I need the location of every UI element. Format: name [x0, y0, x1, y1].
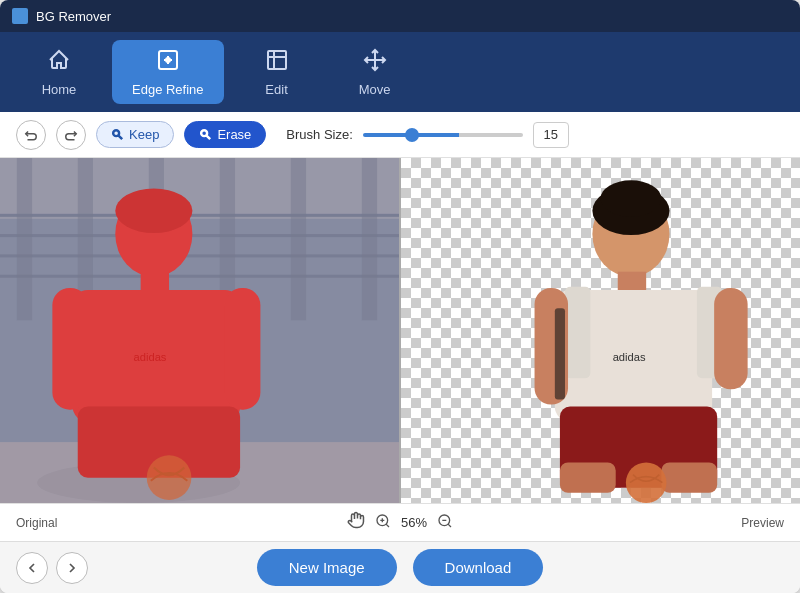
erase-label: Erase [217, 127, 251, 142]
svg-rect-26 [0, 158, 399, 503]
new-image-label: New Image [289, 559, 365, 576]
next-arrow-button[interactable] [56, 552, 88, 584]
svg-point-1 [166, 58, 170, 62]
undo-button[interactable] [16, 120, 46, 150]
svg-rect-2 [268, 51, 286, 69]
app-title: BG Remover [36, 9, 111, 24]
svg-rect-32 [565, 287, 590, 378]
app-window: BG Remover Home Edge Refine [0, 0, 800, 593]
original-panel[interactable]: adidas [0, 158, 399, 503]
nav-edit-label: Edit [265, 82, 287, 97]
brush-size-label: Brush Size: [286, 127, 352, 142]
svg-rect-41 [555, 308, 565, 399]
nav-home[interactable]: Home [14, 40, 104, 104]
nav-edge-refine[interactable]: Edge Refine [112, 40, 224, 104]
download-button[interactable]: Download [413, 549, 544, 586]
nav-edit[interactable]: Edit [232, 40, 322, 104]
svg-rect-38 [560, 462, 616, 492]
brush-value-input[interactable]: 15 [533, 122, 569, 148]
canvas-area: adidas [0, 158, 800, 503]
nav-bar: Home Edge Refine Edit [0, 32, 800, 112]
toolbar: Keep Erase Brush Size: 15 [0, 112, 800, 158]
move-icon [363, 48, 387, 76]
svg-rect-39 [661, 462, 717, 492]
keep-label: Keep [129, 127, 159, 142]
nav-edge-refine-label: Edge Refine [132, 82, 204, 97]
svg-point-40 [626, 462, 667, 503]
brush-size-slider[interactable] [363, 133, 523, 137]
zoom-out-icon[interactable] [437, 513, 453, 532]
zoom-in-icon[interactable] [375, 513, 391, 532]
zoom-controls: 56% [347, 511, 453, 534]
prev-arrow-button[interactable] [16, 552, 48, 584]
bottom-bar: Original 56% [0, 503, 800, 541]
keep-button[interactable]: Keep [96, 121, 174, 148]
svg-rect-35 [714, 288, 747, 389]
redo-button[interactable] [56, 120, 86, 150]
hand-cursor-icon[interactable] [347, 511, 365, 534]
app-icon [12, 8, 28, 24]
new-image-button[interactable]: New Image [257, 549, 397, 586]
footer-bar: New Image Download [0, 541, 800, 593]
download-label: Download [445, 559, 512, 576]
original-label: Original [16, 516, 57, 530]
edit-icon [265, 48, 289, 76]
zoom-value: 56% [401, 515, 427, 530]
title-bar: BG Remover [0, 0, 800, 32]
edge-refine-icon [156, 48, 180, 76]
preview-label: Preview [741, 516, 784, 530]
nav-move[interactable]: Move [330, 40, 420, 104]
preview-panel[interactable]: adidas [401, 158, 800, 503]
svg-text:adidas: adidas [613, 351, 646, 363]
home-icon [47, 48, 71, 76]
erase-button[interactable]: Erase [184, 121, 266, 148]
nav-home-label: Home [42, 82, 77, 97]
svg-point-29 [601, 180, 662, 217]
nav-arrows [16, 552, 88, 584]
nav-move-label: Move [359, 82, 391, 97]
